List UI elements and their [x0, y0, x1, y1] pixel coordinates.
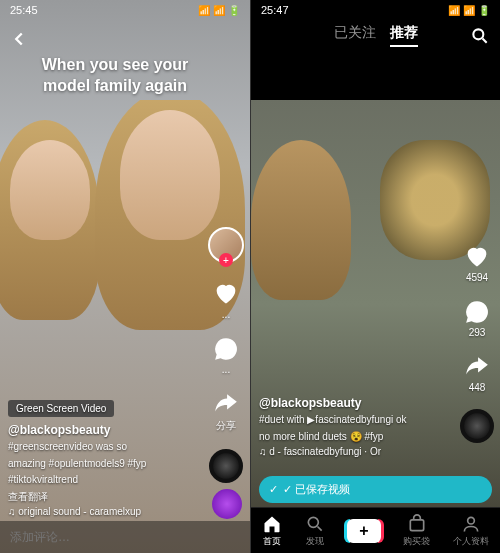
music-disc[interactable] [209, 449, 243, 483]
nav-discover[interactable]: 发现 [305, 514, 325, 548]
music-row[interactable]: ♫ original sound - caramelxup [8, 506, 194, 517]
comment-button[interactable]: ... [213, 336, 239, 375]
comment-button[interactable]: 293 [464, 299, 490, 338]
svg-point-1 [308, 517, 318, 527]
status-bar: 25:45 📶 📶 🔋 [0, 0, 250, 20]
comment-bar [0, 521, 250, 553]
nav-inbox[interactable]: 购买袋 [403, 514, 430, 548]
like-button[interactable]: 4594 [463, 242, 491, 283]
nav-discover-label: 发现 [306, 535, 324, 548]
effect-spin-button[interactable] [212, 489, 242, 519]
status-icons: 📶 📶 🔋 [198, 5, 240, 16]
comment-count: 293 [469, 327, 486, 338]
right-rail: + ... ... 分享 [208, 227, 244, 483]
description-line[interactable]: #greenscreenvideo was so [8, 440, 194, 454]
description-line[interactable]: no more blind duets 😵 #fyp [259, 430, 444, 444]
effect-badge[interactable]: Green Screen Video [8, 400, 114, 417]
description-line[interactable]: amazing #opulentmodels9 #fyp [8, 457, 194, 471]
like-button[interactable]: ... [212, 279, 240, 320]
status-icons: 📶 📶 🔋 [448, 5, 490, 16]
username[interactable]: @blackopsbeauty [8, 423, 194, 437]
status-time: 25:45 [10, 4, 38, 16]
tab-recommend[interactable]: 推荐 [390, 24, 418, 47]
check-icon: ✓ [269, 483, 278, 496]
follow-plus-icon[interactable]: + [219, 253, 233, 267]
phone-left: 25:45 📶 📶 🔋 When you see your model fami… [0, 0, 250, 553]
video-info: Green Screen Video @blackopsbeauty #gree… [8, 398, 194, 517]
saved-text: ✓ 已保存视频 [283, 482, 482, 497]
caption-overlay: When you see your model family again [20, 55, 210, 97]
comment-input[interactable] [10, 530, 240, 544]
nav-home[interactable]: 首页 [262, 514, 282, 548]
share-count: 448 [469, 382, 486, 393]
svg-point-0 [473, 29, 483, 39]
share-button[interactable]: 分享 [213, 391, 239, 433]
video-info: @blackopsbeauty #duet with ▶fascinatedby… [259, 396, 444, 457]
phone-right: 25:47 📶 📶 🔋 已关注 推荐 4594 293 448 @blackop… [250, 0, 500, 553]
share-button[interactable]: 448 [464, 354, 490, 393]
back-button[interactable] [8, 28, 30, 50]
username[interactable]: @blackopsbeauty [259, 396, 444, 410]
nav-create[interactable]: + [347, 519, 381, 543]
status-time: 25:47 [261, 4, 289, 16]
description-line[interactable]: #duet with ▶fascinatedbyfungi ok [259, 413, 444, 427]
saved-banner[interactable]: ✓ ✓ 已保存视频 [259, 476, 492, 503]
tab-following[interactable]: 已关注 [334, 24, 376, 47]
svg-point-3 [467, 517, 474, 524]
nav-inbox-label: 购买袋 [403, 535, 430, 548]
description-line[interactable]: #tiktokviraltrend [8, 473, 194, 487]
like-count: ... [222, 309, 230, 320]
feed-tabs: 已关注 推荐 [251, 24, 500, 47]
comment-count: ... [222, 364, 230, 375]
music-disc[interactable] [460, 409, 494, 443]
music-text: ♫ original sound - caramelxup [8, 506, 141, 517]
search-icon[interactable] [470, 26, 490, 46]
music-row[interactable]: ♫ d - fascinatedbyfungi · Or [259, 446, 444, 457]
status-bar: 25:47 📶 📶 🔋 [251, 0, 500, 20]
author-avatar[interactable]: + [208, 227, 244, 263]
share-label: 分享 [216, 419, 236, 433]
svg-rect-2 [410, 519, 423, 530]
bottom-nav: 首页 发现 + 购买袋 个人资料 [251, 507, 500, 553]
like-count: 4594 [466, 272, 488, 283]
right-rail: 4594 293 448 [460, 242, 494, 443]
music-text: ♫ d - fascinatedbyfungi · Or [259, 446, 381, 457]
nav-profile[interactable]: 个人资料 [453, 514, 489, 548]
translate-hint[interactable]: 查看翻译 [8, 490, 194, 504]
nav-home-label: 首页 [263, 535, 281, 548]
nav-profile-label: 个人资料 [453, 535, 489, 548]
